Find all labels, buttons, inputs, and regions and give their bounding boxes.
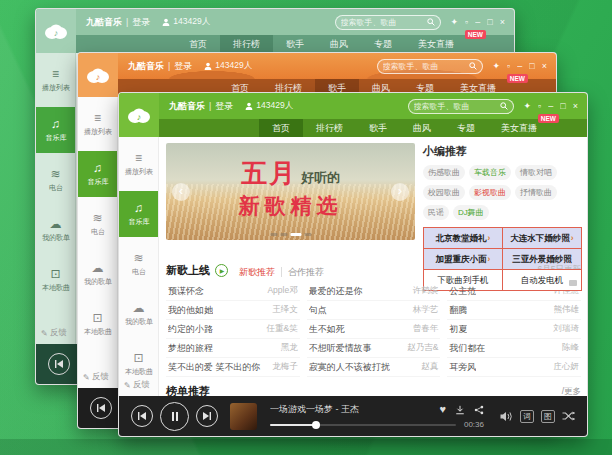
nav-tab[interactable]: 曲风 bbox=[400, 119, 444, 137]
sidebar-item[interactable]: ≡ 播放列表 bbox=[36, 57, 75, 103]
search-input[interactable] bbox=[341, 18, 424, 27]
close-icon[interactable]: × bbox=[573, 102, 578, 111]
search-box[interactable] bbox=[335, 15, 441, 30]
play-all-icon[interactable] bbox=[215, 264, 228, 277]
tag-pill[interactable]: 校园歌曲 bbox=[423, 185, 465, 200]
nav-tab[interactable]: 首页 bbox=[176, 35, 220, 53]
search-box[interactable] bbox=[408, 99, 514, 114]
sidebar-item[interactable]: ≡ 播放列表 bbox=[78, 101, 117, 147]
lyrics-icon[interactable]: 词 bbox=[520, 410, 534, 423]
search-input[interactable] bbox=[383, 62, 466, 71]
song-row[interactable]: 梦想的旅程 黑龙 bbox=[166, 339, 300, 358]
shuffle-icon[interactable] bbox=[562, 411, 575, 421]
previous-button[interactable] bbox=[90, 397, 112, 419]
search-icon[interactable] bbox=[500, 102, 508, 110]
volume-icon[interactable] bbox=[500, 411, 513, 422]
tag-pill[interactable]: 伤感歌曲 bbox=[423, 165, 465, 180]
song-row[interactable]: 翻腾 熊伟雄 bbox=[447, 301, 581, 320]
restore-icon[interactable]: □ bbox=[529, 62, 534, 71]
mini-icon[interactable]: ▫ bbox=[465, 18, 468, 27]
sidebar-item[interactable]: ≋ 电台 bbox=[36, 157, 75, 203]
carousel-next-icon[interactable] bbox=[391, 183, 409, 201]
ad-link[interactable]: 大连水下婚纱照 bbox=[502, 227, 582, 249]
song-row[interactable]: 寂寞的人不该被打扰 赵真 bbox=[307, 358, 441, 377]
nav-tab[interactable]: 美女直播 bbox=[405, 35, 467, 53]
mini-icon[interactable]: ▫ bbox=[538, 102, 541, 111]
share-icon[interactable] bbox=[474, 405, 484, 415]
sidebar-item[interactable]: ☁ 我的歌单 bbox=[119, 291, 158, 337]
nav-tab[interactable]: 专题 bbox=[361, 35, 405, 53]
nav-tab[interactable]: 排行榜 bbox=[303, 119, 356, 137]
sidebar-item[interactable]: ♫ 音乐库 bbox=[78, 151, 117, 197]
song-row[interactable]: 最爱的还是你 许鹤缤 bbox=[307, 282, 441, 301]
new-songs-tab[interactable]: 合作推荐 bbox=[281, 267, 330, 277]
search-box[interactable] bbox=[377, 59, 483, 74]
pause-button[interactable] bbox=[160, 402, 189, 431]
feedback-link[interactable]: ✎ 反馈 bbox=[124, 379, 150, 391]
song-row[interactable]: 生不如死 曾春年 bbox=[307, 320, 441, 339]
ad-link[interactable]: 自动发电机 bbox=[502, 269, 582, 291]
song-row[interactable]: 不想听爱情故事 赵乃吉& bbox=[307, 339, 441, 358]
download-icon[interactable] bbox=[455, 405, 465, 415]
song-row[interactable]: 耳旁风 庄心妍 bbox=[447, 358, 581, 377]
ad-link[interactable]: 北京教堂婚礼 bbox=[423, 227, 503, 249]
skin-icon[interactable]: ✦ bbox=[493, 62, 501, 71]
sidebar-item[interactable]: ☁ 我的歌单 bbox=[78, 251, 117, 297]
sidebar-item[interactable]: ≡ 播放列表 bbox=[119, 141, 158, 187]
tag-pill[interactable]: 情歌对唱 bbox=[515, 165, 557, 180]
sidebar-item[interactable]: ⊡ 本地歌曲 bbox=[78, 301, 117, 347]
song-row[interactable]: 预谋怀念 Apple邓 bbox=[166, 282, 300, 301]
album-art[interactable] bbox=[230, 403, 257, 430]
song-row[interactable]: 我们都在 陈峰 bbox=[447, 339, 581, 358]
song-row[interactable]: 初夏 刘瑞琦 bbox=[447, 320, 581, 339]
tag-pill[interactable]: 车载音乐 bbox=[469, 165, 511, 180]
search-input[interactable] bbox=[414, 102, 497, 111]
tag-pill[interactable]: 民谣 bbox=[423, 205, 449, 220]
login-link[interactable]: 登录 bbox=[174, 60, 192, 73]
banner-carousel[interactable]: 五月好听的 新歌精选 bbox=[166, 143, 415, 240]
carousel-prev-icon[interactable] bbox=[172, 183, 190, 201]
progress-knob[interactable] bbox=[312, 421, 320, 429]
nav-tab[interactable]: 专题 bbox=[444, 119, 488, 137]
progress-bar[interactable] bbox=[270, 424, 456, 426]
like-icon[interactable]: ♥ bbox=[439, 404, 446, 415]
sidebar-item[interactable]: ☁ 我的歌单 bbox=[36, 207, 75, 253]
close-icon[interactable]: × bbox=[500, 18, 505, 27]
feedback-link[interactable]: ✎ 反馈 bbox=[41, 327, 67, 339]
nav-tab[interactable]: 歌手 bbox=[356, 119, 400, 137]
tag-pill[interactable]: DJ舞曲 bbox=[453, 205, 489, 220]
album-pic-icon[interactable]: 图 bbox=[541, 410, 555, 423]
close-icon[interactable]: × bbox=[542, 62, 547, 71]
previous-button[interactable] bbox=[48, 353, 70, 375]
song-row[interactable]: 我的他如她 王绎文 bbox=[166, 301, 300, 320]
sidebar-item[interactable]: ≋ 电台 bbox=[78, 201, 117, 247]
sidebar-item[interactable]: ⊡ 本地歌曲 bbox=[36, 257, 75, 303]
nav-tab[interactable]: 首页 bbox=[259, 119, 303, 137]
next-button[interactable] bbox=[196, 405, 218, 427]
minimize-icon[interactable]: – bbox=[475, 18, 480, 27]
skin-icon[interactable]: ✦ bbox=[451, 18, 459, 27]
mini-icon[interactable]: ▫ bbox=[507, 62, 510, 71]
sidebar-item[interactable]: ≋ 电台 bbox=[119, 241, 158, 287]
more-link[interactable]: /更多 bbox=[562, 386, 581, 397]
new-songs-tab[interactable]: 新歌推荐 bbox=[233, 267, 281, 277]
minimize-icon[interactable]: – bbox=[548, 102, 553, 111]
window-front[interactable]: ♪ 九酷音乐 登录 143429人 ✦▫–□× bbox=[118, 92, 588, 437]
song-row[interactable]: 约定的小路 任重&笑 bbox=[166, 320, 300, 339]
nav-tab[interactable]: 歌手 bbox=[273, 35, 317, 53]
carousel-dots[interactable] bbox=[270, 233, 311, 236]
login-link[interactable]: 登录 bbox=[215, 100, 233, 113]
restore-icon[interactable]: □ bbox=[487, 18, 492, 27]
login-link[interactable]: 登录 bbox=[132, 16, 150, 29]
skin-icon[interactable]: ✦ bbox=[524, 102, 532, 111]
restore-icon[interactable]: □ bbox=[560, 102, 565, 111]
sidebar-item[interactable]: ♫ 音乐库 bbox=[36, 107, 75, 153]
feedback-link[interactable]: ✎ 反馈 bbox=[83, 371, 109, 383]
tag-pill[interactable]: 抒情歌曲 bbox=[515, 185, 557, 200]
nav-tab[interactable]: 排行榜 bbox=[220, 35, 273, 53]
search-icon[interactable] bbox=[427, 18, 435, 26]
song-row[interactable]: 笑不出的爱 笑不出的你 龙梅子 bbox=[166, 358, 300, 377]
minimize-icon[interactable]: – bbox=[517, 62, 522, 71]
tag-pill[interactable]: 影视歌曲 bbox=[469, 185, 511, 200]
sidebar-item[interactable]: ♫ 音乐库 bbox=[119, 191, 158, 237]
